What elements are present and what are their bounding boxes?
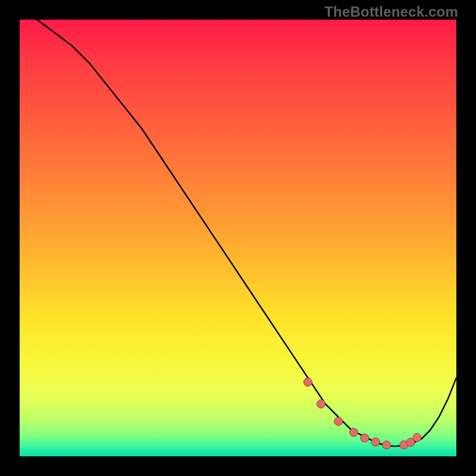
highlight-dot <box>371 438 380 446</box>
chart-frame: TheBottleneck.com <box>0 0 476 476</box>
plot-area <box>20 20 456 456</box>
highlight-dot <box>350 428 358 437</box>
optimal-zone-dots <box>303 378 421 449</box>
curve-layer <box>20 20 456 456</box>
highlight-dot <box>334 417 343 425</box>
highlight-dot <box>361 434 369 442</box>
watermark-text: TheBottleneck.com <box>324 4 458 20</box>
highlight-dot <box>383 441 391 449</box>
highlight-dot <box>303 378 312 386</box>
bottleneck-curve <box>20 20 456 446</box>
highlight-dot <box>413 433 421 441</box>
highlight-dot <box>317 400 325 408</box>
